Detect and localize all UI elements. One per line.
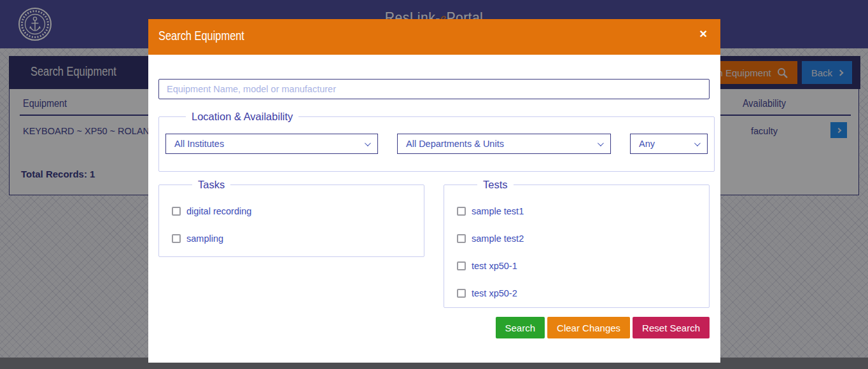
close-icon[interactable]: ✕ (699, 29, 708, 39)
modal-header: Search Equipment ✕ (148, 19, 720, 55)
test-option-test-xp50-2[interactable]: test xp50-2 (457, 288, 709, 298)
test-checkbox-test-xp50-1[interactable] (457, 261, 466, 270)
reset-search-button[interactable]: Reset Search (633, 317, 710, 338)
tests-fieldset: Tests sample test1 sample test2 test xp5… (444, 179, 710, 308)
test-checkbox-sample-test1[interactable] (457, 207, 466, 216)
test-option-test-xp50-1[interactable]: test xp50-1 (457, 261, 709, 271)
location-availability-fieldset: Location & Availability All Institutes A… (158, 111, 715, 172)
institute-select-value: All Institutes (174, 139, 224, 149)
department-select[interactable]: All Departments & Units (397, 134, 611, 154)
test-label: sample test1 (472, 206, 524, 216)
modal-title: Search Equipment (158, 29, 244, 43)
modal-action-buttons: Search Clear Changes Reset Search (158, 317, 710, 338)
test-checkbox-test-xp50-2[interactable] (457, 289, 466, 298)
equipment-search-input[interactable] (158, 79, 710, 99)
task-option-sampling[interactable]: sampling (172, 233, 424, 244)
tests-legend: Tests (477, 179, 514, 191)
test-label: test xp50-2 (472, 288, 517, 298)
location-selects-row: All Institutes All Departments & Units A… (165, 134, 708, 154)
task-label: sampling (186, 233, 223, 244)
task-label: digital recording (186, 206, 251, 216)
task-checkbox-digital-recording[interactable] (172, 207, 181, 216)
task-checkbox-sampling[interactable] (172, 234, 181, 243)
test-checkbox-sample-test2[interactable] (457, 234, 466, 243)
modal-body: Location & Availability All Institutes A… (148, 55, 720, 338)
test-option-sample-test1[interactable]: sample test1 (457, 206, 709, 216)
institute-select[interactable]: All Institutes (165, 134, 378, 154)
availability-select[interactable]: Any (630, 134, 708, 154)
task-option-digital-recording[interactable]: digital recording (172, 206, 424, 216)
location-availability-legend: Location & Availability (186, 111, 298, 123)
clear-changes-button[interactable]: Clear Changes (547, 317, 630, 338)
search-equipment-modal: Search Equipment ✕ Location & Availabili… (148, 19, 720, 363)
test-option-sample-test2[interactable]: sample test2 (457, 233, 709, 244)
chevron-down-icon (694, 140, 701, 146)
tasks-tests-row: Tasks digital recording sampling Tests s… (158, 179, 710, 308)
test-label: test xp50-1 (472, 261, 517, 271)
tasks-legend: Tasks (192, 179, 230, 191)
chevron-down-icon (365, 140, 371, 146)
department-select-value: All Departments & Units (406, 139, 504, 149)
chevron-down-icon (598, 140, 604, 146)
tasks-fieldset: Tasks digital recording sampling (158, 179, 424, 257)
availability-select-value: Any (639, 139, 655, 149)
search-button[interactable]: Search (496, 317, 545, 338)
test-label: sample test2 (472, 233, 524, 244)
